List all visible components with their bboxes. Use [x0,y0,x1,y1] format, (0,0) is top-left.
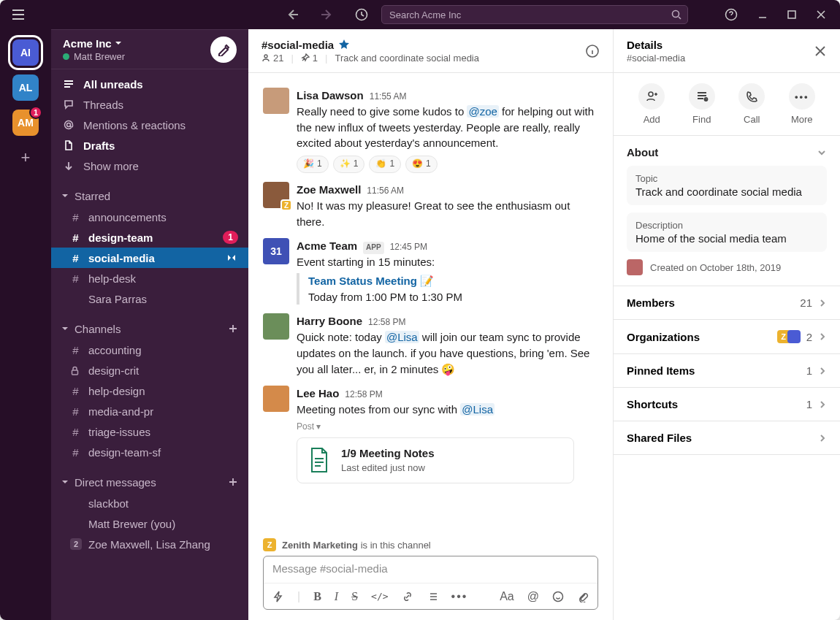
workspace-badge[interactable]: AI [12,39,39,66]
about-desc-box[interactable]: Description Home of the social media tea… [627,213,827,252]
sidebar-dm-item[interactable]: Matt Brewer (you) [51,513,248,534]
sidebar-channel-item[interactable]: #design-team-sf [51,442,248,462]
workspace-switcher[interactable]: Acme Inc [63,37,125,50]
star-filled-icon[interactable] [338,39,350,50]
mention[interactable]: @zoe [467,105,498,118]
add-workspace-button[interactable]: + [12,145,39,171]
message-author[interactable]: Lee Hao [297,386,339,402]
details-find-button[interactable]: Find [689,83,715,125]
nav-drafts[interactable]: Drafts [51,135,248,156]
italic-icon[interactable]: I [335,590,338,603]
nav-mentions[interactable]: Mentions & reactions [51,115,248,135]
emoji-icon[interactable] [552,591,564,602]
channel-title[interactable]: #social-media [261,39,479,51]
window-minimize-icon[interactable] [758,10,767,19]
details-files[interactable]: Shared Files [614,421,840,455]
details-pinned[interactable]: Pinned Items 1 [614,354,840,388]
reaction[interactable]: 🎉1 [297,156,329,173]
nav-show-more[interactable]: Show more [51,156,248,176]
list-icon[interactable] [427,591,438,602]
window-close-icon[interactable] [817,10,825,19]
info-icon[interactable] [585,44,600,58]
details-members[interactable]: Members 21 [614,286,840,320]
details-shortcuts[interactable]: Shortcuts 1 [614,388,840,421]
link-icon[interactable] [402,591,413,602]
chevron-right-icon [818,434,827,443]
sidebar-dm-item[interactable]: 2Zoe Maxwell, Lisa Zhang [51,534,248,554]
history-icon[interactable] [355,8,368,21]
composer-input[interactable]: Message #social-media [264,556,597,583]
sidebar-channel-item[interactable]: #media-and-pr [51,401,248,421]
channel-active-icon [225,253,238,263]
attachment[interactable]: 1/9 Meeting NotesLast edited just now [297,437,574,483]
nav-all-unreads[interactable]: All unreads [51,74,248,94]
reaction[interactable]: 👏1 [369,156,401,173]
channel-topic[interactable]: Track and coordinate social media [335,53,479,64]
section-dms[interactable]: Direct messages [51,471,248,493]
details-organizations[interactable]: Organizations Z 2 [614,320,840,354]
help-icon[interactable] [725,8,738,21]
reaction[interactable]: 😍1 [405,156,438,173]
message-author[interactable]: Lisa Dawson [297,88,364,104]
strike-icon[interactable]: S [351,590,358,603]
sidebar-channel-item[interactable]: Sara Parras [51,288,248,309]
mention-icon[interactable]: @ [527,590,539,603]
bold-icon[interactable]: B [313,590,321,603]
search-input[interactable]: Search Acme Inc [381,5,688,24]
avatar[interactable] [263,88,289,114]
message-author[interactable]: Acme Team [297,238,357,254]
workspace-badge[interactable]: AM1 [12,110,39,136]
sidebar-channel-item[interactable]: #accounting [51,340,248,360]
workspace-badge[interactable]: AL [12,74,39,101]
sidebar-channel-item[interactable]: #help-design [51,380,248,401]
channel-name: accounting [88,344,142,356]
forward-icon[interactable] [320,7,335,22]
message-text: No! It was my pleasure! Great to see the… [297,198,598,230]
details-call-button[interactable]: Call [738,83,765,125]
member-count[interactable]: 21 [261,53,283,64]
close-icon[interactable] [814,45,827,58]
sidebar-channel-item[interactable]: #design-team1 [51,227,248,248]
sidebar-channel-item[interactable]: #announcements [51,207,248,227]
avatar[interactable] [263,313,289,340]
compose-button[interactable] [210,37,237,63]
pin-count[interactable]: 1 [301,53,318,64]
lightning-icon[interactable] [272,591,284,602]
section-channels[interactable]: Channels [51,318,248,340]
avatar[interactable]: 31 [263,238,289,264]
reaction[interactable]: ✨1 [333,156,365,173]
message-author[interactable]: Zoe Maxwell [297,182,361,198]
sidebar: Acme Inc Matt Brewer All unreads [51,29,248,620]
caret-down-icon [61,192,69,199]
attach-icon[interactable] [577,591,589,602]
post-label[interactable]: Post ▾ [297,421,598,433]
text-format-icon[interactable]: Aa [500,590,514,603]
about-topic-box[interactable]: Topic Track and coordinate social media [627,166,827,205]
details-more-button[interactable]: •••More [789,83,815,125]
code-icon[interactable]: </> [371,591,388,602]
current-user[interactable]: Matt Brewer [63,51,125,62]
mention[interactable]: @Lisa [385,331,419,343]
more-formatting-icon[interactable]: ••• [451,590,468,603]
sidebar-dm-item[interactable]: slackbot [51,493,248,513]
window-maximize-icon[interactable] [787,10,796,19]
avatar[interactable]: Z [263,182,289,208]
sidebar-channel-item[interactable]: #social-media [51,248,248,268]
svg-point-9 [649,92,653,96]
add-dm-icon[interactable] [228,477,238,487]
nav-threads[interactable]: Threads [51,94,248,115]
details-add-button[interactable]: Add [638,83,665,125]
back-icon[interactable] [285,7,299,22]
hamburger-icon[interactable] [12,9,25,20]
mention[interactable]: @Lisa [460,403,495,416]
sidebar-channel-item[interactable]: #help-desk [51,268,248,288]
add-channel-icon[interactable] [228,324,238,334]
section-starred[interactable]: Starred [51,185,248,207]
event-link[interactable]: Team Status Meeting [308,275,417,287]
message-composer[interactable]: Message #social-media | B I S </> ••• [263,556,598,610]
message-author[interactable]: Harry Boone [297,313,362,329]
about-toggle[interactable]: About [627,146,827,158]
sidebar-channel-item[interactable]: design-crit [51,360,248,380]
avatar[interactable] [263,386,289,412]
sidebar-channel-item[interactable]: #triage-issues [51,421,248,442]
